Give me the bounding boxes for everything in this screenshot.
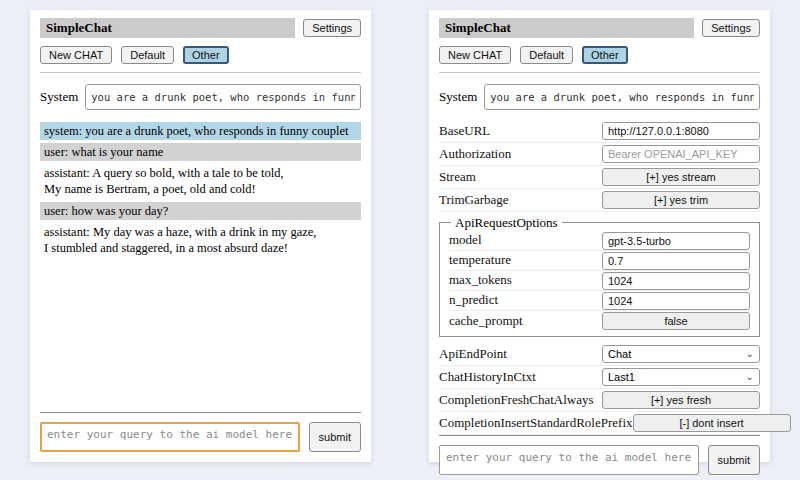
system-prompt-label: System bbox=[40, 84, 78, 105]
cache-prompt-label: cache_prompt bbox=[449, 313, 602, 329]
temperature-input[interactable] bbox=[602, 252, 750, 270]
completion-fresh-label: CompletionFreshChatAlways bbox=[439, 392, 602, 408]
api-request-options-legend: ApiRequestOptions bbox=[451, 215, 562, 231]
query-textarea[interactable] bbox=[40, 422, 300, 452]
new-chat-button[interactable]: New CHAT bbox=[439, 46, 511, 64]
submit-button[interactable]: submit bbox=[708, 445, 760, 475]
completion-insert-toggle-button[interactable]: [-] dont insert bbox=[633, 414, 791, 432]
setting-row-api-endpoint: ApiEndPoint Chat ⌄ bbox=[439, 343, 760, 366]
footer-divider bbox=[40, 412, 361, 413]
message-user: user: how was your day? bbox=[40, 202, 361, 220]
setting-row-stream: Stream [+] yes stream bbox=[439, 166, 760, 189]
system-prompt-row: System bbox=[439, 84, 760, 110]
baseurl-label: BaseURL bbox=[439, 123, 602, 139]
trimgarbage-label: TrimGarbage bbox=[439, 192, 602, 208]
completion-insert-label: CompletionInsertStandardRolePrefix bbox=[439, 415, 633, 431]
query-footer: submit bbox=[40, 422, 361, 452]
authorization-input[interactable] bbox=[602, 145, 760, 163]
authorization-label: Authorization bbox=[439, 146, 602, 162]
setting-row-trimgarbage: TrimGarbage [+] yes trim bbox=[439, 189, 760, 212]
stream-label: Stream bbox=[439, 169, 602, 185]
header: SimpleChat Settings bbox=[439, 18, 760, 38]
session-toolbar: New CHAT Default Other bbox=[439, 46, 760, 64]
max-tokens-input[interactable] bbox=[602, 272, 750, 290]
settings-button[interactable]: Settings bbox=[702, 19, 760, 37]
chevron-down-icon: ⌄ bbox=[746, 351, 754, 357]
settings-button[interactable]: Settings bbox=[303, 19, 361, 37]
max-tokens-label: max_tokens bbox=[449, 272, 602, 288]
new-chat-button[interactable]: New CHAT bbox=[40, 46, 112, 64]
header-divider bbox=[40, 72, 361, 73]
system-prompt-row: System bbox=[40, 84, 361, 110]
message-user: user: what is your name bbox=[40, 143, 361, 161]
setting-row-completion-fresh: CompletionFreshChatAlways [+] yes fresh bbox=[439, 389, 760, 412]
chat-history-label: ChatHistoryInCtxt bbox=[439, 369, 602, 385]
session-tab-other[interactable]: Other bbox=[582, 46, 628, 64]
setting-row-max-tokens: max_tokens bbox=[449, 271, 750, 291]
setting-row-chat-history: ChatHistoryInCtxt Last1 ⌄ bbox=[439, 366, 760, 389]
n-predict-input[interactable] bbox=[602, 292, 750, 310]
baseurl-input[interactable] bbox=[602, 122, 760, 140]
setting-row-model: model bbox=[449, 231, 750, 251]
session-toolbar: New CHAT Default Other bbox=[40, 46, 361, 64]
setting-row-baseurl: BaseURL bbox=[439, 120, 760, 143]
session-tab-default[interactable]: Default bbox=[121, 46, 174, 64]
message-assistant: assistant: A query so bold, with a tale … bbox=[40, 164, 361, 199]
footer-divider bbox=[439, 435, 760, 436]
chevron-down-icon: ⌄ bbox=[746, 374, 754, 380]
query-footer: submit bbox=[439, 445, 760, 475]
api-endpoint-selected-value: Chat bbox=[608, 348, 631, 360]
setting-row-authorization: Authorization bbox=[439, 143, 760, 166]
chat-history-selected-value: Last1 bbox=[608, 371, 635, 383]
chat-panel: SimpleChat Settings New CHAT Default Oth… bbox=[30, 10, 371, 462]
trimgarbage-toggle-button[interactable]: [+] yes trim bbox=[602, 191, 760, 209]
completion-fresh-toggle-button[interactable]: [+] yes fresh bbox=[602, 391, 760, 409]
cache-prompt-toggle-button[interactable]: false bbox=[602, 312, 750, 330]
setting-row-n-predict: n_predict bbox=[449, 291, 750, 311]
submit-button[interactable]: submit bbox=[309, 422, 361, 452]
api-request-options-fieldset: ApiRequestOptions model temperature max_… bbox=[439, 215, 760, 337]
app-title: SimpleChat bbox=[439, 18, 694, 38]
setting-row-completion-insert: CompletionInsertStandardRolePrefix [-] d… bbox=[439, 412, 760, 435]
chat-history-select[interactable]: Last1 ⌄ bbox=[602, 368, 760, 386]
chat-scroll-area bbox=[40, 260, 361, 412]
model-input[interactable] bbox=[602, 232, 750, 250]
chat-messages: system: you are a drunk poet, who respon… bbox=[40, 122, 361, 261]
api-endpoint-label: ApiEndPoint bbox=[439, 346, 602, 362]
system-prompt-label: System bbox=[439, 84, 477, 105]
system-prompt-input[interactable] bbox=[85, 84, 361, 110]
model-label: model bbox=[449, 232, 602, 248]
settings-panel: SimpleChat Settings New CHAT Default Oth… bbox=[429, 10, 770, 462]
stream-toggle-button[interactable]: [+] yes stream bbox=[602, 168, 760, 186]
api-endpoint-select[interactable]: Chat ⌄ bbox=[602, 345, 760, 363]
n-predict-label: n_predict bbox=[449, 292, 602, 308]
setting-row-cache-prompt: cache_prompt false bbox=[449, 311, 750, 331]
session-tab-other[interactable]: Other bbox=[183, 46, 229, 64]
header: SimpleChat Settings bbox=[40, 18, 361, 38]
app-title: SimpleChat bbox=[40, 18, 295, 38]
setting-row-temperature: temperature bbox=[449, 251, 750, 271]
temperature-label: temperature bbox=[449, 252, 602, 268]
message-system: system: you are a drunk poet, who respon… bbox=[40, 122, 361, 140]
query-textarea[interactable] bbox=[439, 445, 699, 475]
session-tab-default[interactable]: Default bbox=[520, 46, 573, 64]
system-prompt-input[interactable] bbox=[484, 84, 760, 110]
header-divider bbox=[439, 72, 760, 73]
message-assistant: assistant: My day was a haze, with a dri… bbox=[40, 223, 361, 258]
